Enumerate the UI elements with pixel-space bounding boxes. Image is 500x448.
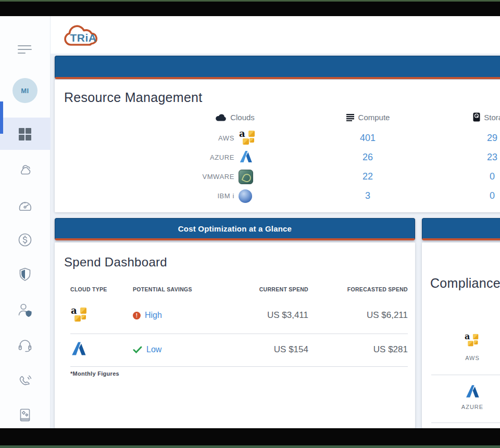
- table-row: IBM i 3 0: [55, 186, 500, 206]
- sidebar-item-dashboard[interactable]: [16, 125, 34, 143]
- cost-optimization-banner-title: Cost Optimization at a Glance: [178, 224, 292, 233]
- tria-logo[interactable]: TRiA: [59, 20, 107, 52]
- compliance-card: Compliance a AWS AZURE: [422, 242, 500, 428]
- bottom-black-bar: [0, 428, 500, 448]
- column-header-storage: Storage: [440, 112, 500, 124]
- aws-icon: a: [70, 306, 89, 324]
- sidebar-item-contact[interactable]: [16, 372, 34, 390]
- resource-management-card: Resource Management Clouds Compute Stora…: [55, 80, 500, 212]
- azure-icon: [239, 150, 253, 165]
- journal-icon: [17, 407, 33, 424]
- logo-text: TRiA: [70, 32, 97, 44]
- azure-icon: [70, 340, 87, 359]
- sidebar-selected-indicator: [0, 101, 3, 134]
- sidebar-item-security[interactable]: [16, 266, 34, 284]
- sidebar-item-identity[interactable]: [16, 301, 34, 319]
- sidebar-item-clouds[interactable]: [16, 161, 34, 178]
- cost-optimization-banner: Cost Optimization at a Glance: [55, 218, 415, 240]
- user-shield-icon: [17, 302, 33, 318]
- compliance-item: a AWS: [427, 332, 500, 361]
- table-row: Low US $154 US $281: [55, 336, 415, 363]
- compliance-item: AZURE: [427, 384, 500, 410]
- sidebar-item-docs[interactable]: [16, 406, 34, 424]
- spend-table-header: CLOUD TYPE POTENTIAL SAVINGS CURRENT SPE…: [55, 286, 415, 295]
- divider: [431, 423, 500, 423]
- spend-dashboard-card: Spend Dashboard CLOUD TYPE POTENTIAL SAV…: [55, 242, 415, 428]
- aws-icon: a: [464, 333, 481, 349]
- shield-icon: [17, 266, 33, 283]
- column-header-clouds: Clouds: [188, 112, 282, 124]
- divider: [70, 366, 408, 367]
- grid-icon: [18, 127, 32, 141]
- cloud-icon: [215, 113, 227, 122]
- savings-badge: ! High: [133, 311, 162, 320]
- compute-icon: [346, 113, 355, 121]
- sidebar-item-support[interactable]: [16, 337, 34, 354]
- sidebar-item-cost[interactable]: [16, 231, 34, 249]
- app-root: MI: [0, 0, 500, 448]
- savings-badge: Low: [133, 345, 161, 354]
- gauge-icon: [17, 197, 33, 212]
- table-row: AZURE 26 23: [55, 148, 500, 167]
- top-banner: [55, 56, 500, 79]
- aws-icon: a: [239, 130, 257, 147]
- table-row: AWS a 401 29: [55, 129, 500, 148]
- column-header-compute: Compute: [316, 112, 420, 124]
- azure-icon: [465, 391, 480, 400]
- resource-management-title: Resource Management: [64, 90, 203, 105]
- divider: [431, 375, 500, 375]
- divider: [70, 334, 408, 334]
- phone-icon: [17, 373, 33, 389]
- storage-icon: [473, 112, 480, 122]
- dollar-icon: [17, 232, 33, 248]
- sidebar: MI: [0, 16, 51, 428]
- menu-icon[interactable]: [18, 45, 32, 56]
- monthly-figures-note: *Monthly Figures: [70, 370, 119, 377]
- compliance-title: Compliance: [430, 276, 500, 291]
- sidebar-item-monitoring[interactable]: [16, 196, 34, 213]
- table-row: a ! High US $3,411 US $6,211: [55, 302, 415, 329]
- vmware-icon: [239, 170, 253, 184]
- high-alert-icon: !: [133, 312, 141, 319]
- table-row: VMWARE 22 0: [55, 167, 500, 186]
- spend-dashboard-title: Spend Dashboard: [64, 255, 167, 270]
- avatar[interactable]: MI: [12, 78, 38, 103]
- check-icon: [133, 346, 142, 353]
- headset-icon: [17, 337, 33, 354]
- ibm-i-icon: [239, 189, 252, 203]
- compliance-banner: [422, 218, 500, 240]
- top-black-bar: [0, 0, 500, 16]
- clouds-icon: [17, 161, 33, 178]
